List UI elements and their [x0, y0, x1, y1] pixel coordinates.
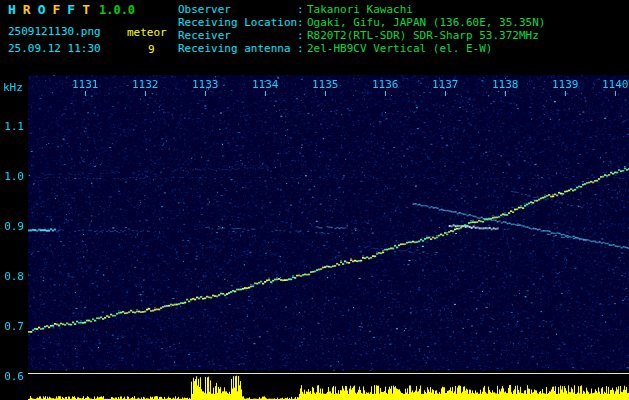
output-filename: 2509121130.png	[8, 25, 101, 38]
echo-count: 9	[148, 43, 155, 56]
info-label: Receiver	[178, 29, 297, 42]
y-tick-label: 1.0	[0, 170, 24, 183]
title-letter: T	[82, 2, 90, 17]
info-value: Takanori Kawachi	[307, 3, 413, 16]
title-letter: F	[67, 2, 75, 17]
observer-info-table: Observer:Takanori Kawachi Receiving Loca…	[178, 3, 545, 55]
x-tick-label: 1138	[492, 78, 518, 91]
info-value: 2el-HB9CV Vertical (el. E-W)	[307, 42, 492, 55]
info-value: R820T2(RTL-SDR) SDR-Sharp 53.372MHz	[307, 29, 539, 42]
info-colon: :	[297, 3, 307, 16]
x-tick-label: 1134	[252, 78, 278, 91]
x-tick-label: 1133	[192, 78, 218, 91]
info-label: Receiving Location	[178, 16, 297, 29]
x-tick-label: 1136	[372, 78, 398, 91]
info-colon: :	[297, 16, 307, 29]
y-tick-label: 0.7	[0, 320, 24, 333]
info-row: Observer:Takanori Kawachi	[178, 3, 545, 16]
title-letter: R	[23, 2, 31, 17]
observation-datetime: 25.09.12 11:30	[8, 42, 101, 55]
info-colon: :	[297, 29, 307, 42]
spectrogram-panel: kHz 1.1 1.0 0.9 0.8 0.7 0.6 1131 1132 11…	[0, 75, 629, 400]
y-axis-unit: kHz	[3, 81, 23, 94]
y-tick-label: 0.9	[0, 220, 24, 233]
info-value: Ogaki, Gifu, JAPAN (136.60E, 35.35N)	[307, 16, 545, 29]
y-tick-label: 1.1	[0, 120, 24, 133]
y-tick-label: 0.8	[0, 270, 24, 283]
hrofft-window: HROFFT1.0.0 2509121130.png meteor 25.09.…	[0, 0, 629, 400]
x-tick-label: 1135	[312, 78, 338, 91]
y-tick-label: 0.6	[0, 370, 24, 383]
spectrogram-canvas	[0, 75, 629, 400]
info-colon: :	[297, 42, 307, 55]
x-tick-label: 1139	[552, 78, 578, 91]
title-letter: H	[8, 2, 16, 17]
mode-label: meteor	[127, 26, 167, 39]
info-row: Receiver:R820T2(RTL-SDR) SDR-Sharp 53.37…	[178, 29, 545, 42]
title-letter: F	[52, 2, 60, 17]
app-title: HROFFT1.0.0	[8, 2, 135, 17]
x-tick-label: 1132	[132, 78, 158, 91]
title-letter: O	[38, 2, 46, 17]
x-tick-label: 1137	[432, 78, 458, 91]
x-tick-label: 1131	[72, 78, 98, 91]
info-row: Receiving Location:Ogaki, Gifu, JAPAN (1…	[178, 16, 545, 29]
info-label: Receiving antenna	[178, 42, 297, 55]
info-row: Receiving antenna:2el-HB9CV Vertical (el…	[178, 42, 545, 55]
info-label: Observer	[178, 3, 297, 16]
app-version: 1.0.0	[99, 3, 135, 17]
x-tick-label: 1140	[602, 78, 628, 91]
